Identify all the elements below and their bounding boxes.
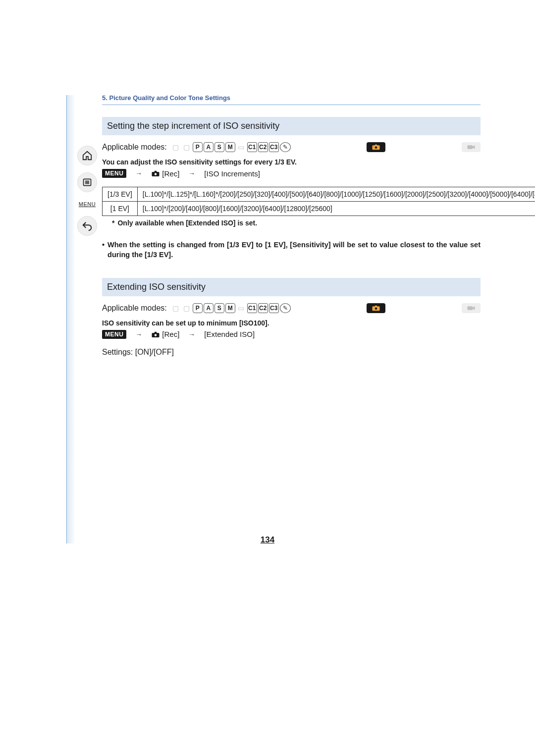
page-number[interactable]: 134	[0, 535, 535, 545]
svg-rect-10	[155, 171, 157, 172]
svg-rect-17	[155, 331, 157, 333]
page: MENU 5. Picture Quality and Color Tone S…	[0, 0, 535, 756]
movie-mode-icon: ▭	[236, 142, 246, 152]
menu-badge-icon: MENU	[102, 330, 126, 339]
rec-category: [Rec]	[151, 330, 179, 338]
mode-m-icon: M	[225, 142, 235, 152]
page-content: 5. Picture Quality and Color Tone Settin…	[102, 94, 481, 357]
camera-icon	[151, 170, 160, 177]
contents-icon[interactable]	[77, 172, 97, 192]
sidebar-nav: MENU	[75, 146, 99, 236]
change-note: • When the setting is changed from [1/3 …	[102, 240, 481, 260]
ia-icon: ▢	[171, 142, 181, 152]
svg-rect-7	[468, 145, 473, 149]
photo-badge-icon	[367, 142, 385, 152]
mode-p-icon: P	[193, 303, 203, 313]
section1-description: You can adjust the ISO sensitivity setti…	[102, 158, 481, 166]
cell-1-3-ev-key: [1/3 EV]	[103, 187, 138, 202]
home-icon[interactable]	[77, 146, 97, 165]
svg-point-5	[375, 147, 377, 149]
iso-values-table: [1/3 EV] [L.100]*/[L.125]*/[L.160]*/[200…	[102, 187, 535, 216]
rec-label: [Rec]	[162, 169, 179, 178]
svg-rect-13	[375, 305, 377, 306]
chapter-number: 5.	[102, 94, 107, 102]
mode-c1-icon: C1	[247, 303, 257, 313]
page-left-gradient	[66, 95, 75, 543]
cell-1-ev-values: [L.100]*/[200]/[400]/[800]/[1600]/[3200]…	[137, 202, 535, 216]
menu-item-extended-iso: [Extended ISO]	[204, 330, 255, 338]
cell-1-3-ev-values: [L.100]*/[L.125]*/[L.160]*/[200]/[250]/[…	[137, 187, 535, 202]
svg-rect-6	[375, 145, 377, 146]
svg-rect-14	[468, 306, 473, 310]
mode-s-icon: S	[214, 142, 224, 152]
menu-label[interactable]: MENU	[79, 201, 96, 207]
svg-point-9	[155, 173, 157, 175]
video-badge-icon	[462, 142, 481, 152]
mode-a-icon: A	[204, 142, 214, 152]
section-heading-extended-iso: Extending ISO sensitivity	[102, 278, 481, 296]
bullet-icon: •	[102, 240, 105, 260]
settings-options: Settings: [ON]/[OFF]	[102, 348, 481, 357]
mode-c2-icon: C2	[258, 142, 268, 152]
mode-icons-2: ▢ ▢ P A S M ▭ C1 C2 C3 ✎	[171, 303, 291, 313]
applicable-modes-row-1: Applicable modes: ▢ ▢ P A S M ▭ C1 C2 C3…	[102, 142, 481, 152]
cell-1-ev-key: [1 EV]	[103, 202, 138, 216]
arrow-icon: →	[135, 330, 142, 338]
video-badge-icon	[462, 303, 481, 313]
mode-a-icon: A	[204, 303, 214, 313]
svg-point-12	[375, 307, 377, 310]
applicable-modes-label: Applicable modes:	[102, 143, 167, 152]
table-row: [1/3 EV] [L.100]*/[L.125]*/[L.160]*/[200…	[103, 187, 535, 202]
ia-plus-icon: ▢	[182, 142, 192, 152]
mode-s-icon: S	[214, 303, 224, 313]
mode-c2-icon: C2	[258, 303, 268, 313]
mode-p-icon: P	[193, 142, 203, 152]
mode-c3-icon: C3	[269, 303, 279, 313]
table-row: [1 EV] [L.100]*/[200]/[400]/[800]/[1600]…	[103, 202, 535, 216]
ia-icon: ▢	[171, 303, 181, 313]
menu-path-2: MENU → [Rec] → [Extended ISO]	[102, 330, 481, 339]
photo-badge-icon	[367, 303, 385, 313]
chapter-title: Picture Quality and Color Tone Settings	[109, 94, 230, 102]
mode-c3-icon: C3	[269, 142, 279, 152]
menu-item-iso-increments: [ISO Increments]	[204, 169, 260, 178]
back-icon[interactable]	[77, 216, 97, 236]
arrow-icon: →	[188, 169, 195, 177]
creative-mode-icon: ✎	[280, 303, 291, 313]
chapter-header: 5. Picture Quality and Color Tone Settin…	[102, 94, 481, 102]
applicable-modes-label: Applicable modes:	[102, 304, 167, 313]
camera-icon	[151, 331, 160, 338]
arrow-icon: →	[188, 330, 195, 338]
mode-m-icon: M	[225, 303, 235, 313]
footnote: * Only available when [Extended ISO] is …	[102, 219, 481, 227]
section2-description: ISO sensitivity can be set up to minimum…	[102, 319, 481, 327]
mode-icons-1: ▢ ▢ P A S M ▭ C1 C2 C3 ✎	[171, 142, 291, 152]
mode-c1-icon: C1	[247, 142, 257, 152]
arrow-icon: →	[135, 169, 142, 177]
menu-badge-icon: MENU	[102, 169, 126, 178]
applicable-modes-row-2: Applicable modes: ▢ ▢ P A S M ▭ C1 C2 C3…	[102, 303, 481, 313]
rec-category: [Rec]	[151, 169, 179, 178]
svg-point-16	[155, 334, 157, 336]
divider	[102, 105, 481, 105]
menu-path-1: MENU → [Rec] → [ISO Increments]	[102, 169, 481, 178]
movie-mode-icon: ▭	[236, 303, 246, 313]
rec-label: [Rec]	[162, 330, 179, 338]
change-note-text: When the setting is changed from [1/3 EV…	[107, 240, 481, 260]
footnote-text: Only available when [Extended ISO] is se…	[117, 219, 257, 227]
asterisk-mark: *	[112, 219, 114, 227]
ia-plus-icon: ▢	[182, 303, 192, 313]
creative-mode-icon: ✎	[280, 142, 291, 152]
section-heading-iso-increment: Setting the step increment of ISO sensit…	[102, 117, 481, 135]
